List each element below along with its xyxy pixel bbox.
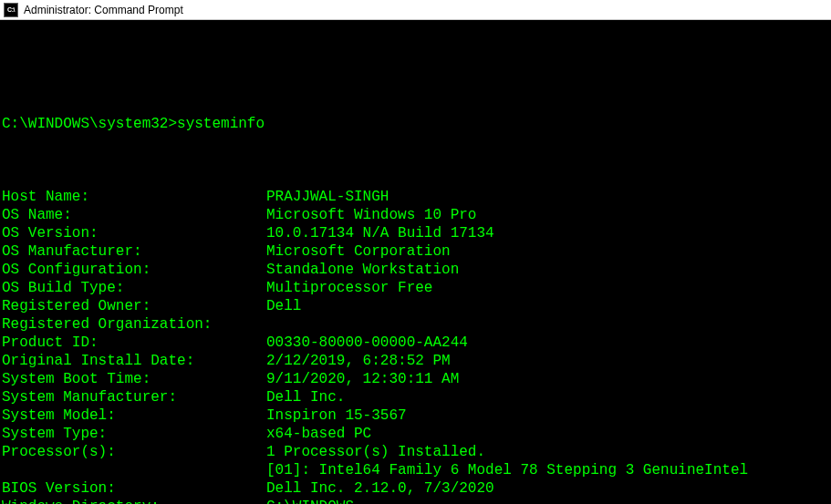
window-title: Administrator: Command Prompt [24, 4, 183, 16]
info-label: Processor(s): [2, 443, 266, 461]
info-row: Processor(s):1 Processor(s) Installed. [2, 443, 829, 461]
info-row: OS Manufacturer:Microsoft Corporation [2, 242, 829, 261]
cmd-icon: C:\ [4, 3, 18, 17]
info-row: Windows Directory:C:\WINDOWS [2, 498, 829, 504]
info-row: OS Name:Microsoft Windows 10 Pro [2, 206, 829, 224]
info-row: Host Name:PRAJJWAL-SINGH [2, 188, 829, 206]
info-label: Windows Directory: [2, 498, 266, 504]
terminal-output[interactable]: C:\WINDOWS\system32>systeminfo Host Name… [0, 20, 831, 504]
info-value: Dell Inc. [266, 388, 829, 406]
info-label: Host Name: [2, 188, 266, 206]
info-row: OS Configuration:Standalone Workstation [2, 261, 829, 279]
info-row: [01]: Intel64 Family 6 Model 78 Stepping… [2, 461, 829, 479]
info-label: System Type: [2, 425, 266, 443]
info-value: C:\WINDOWS [266, 498, 829, 504]
info-label: Original Install Date: [2, 352, 266, 370]
info-value: 1 Processor(s) Installed. [266, 443, 829, 461]
info-row: System Boot Time:9/11/2020, 12:30:11 AM [2, 370, 829, 388]
info-row: System Model:Inspiron 15-3567 [2, 406, 829, 425]
systeminfo-output: Host Name:PRAJJWAL-SINGHOS Name:Microsof… [2, 188, 829, 504]
info-label: OS Configuration: [2, 261, 266, 279]
prompt-path: C:\WINDOWS\system32> [2, 116, 177, 132]
info-value: Dell Inc. 2.12.0, 7/3/2020 [266, 479, 829, 498]
info-row: System Manufacturer:Dell Inc. [2, 388, 829, 406]
info-label: OS Name: [2, 206, 266, 224]
info-value: x64-based PC [266, 425, 829, 443]
info-label [2, 461, 266, 479]
info-value [266, 315, 829, 334]
info-row: OS Build Type:Multiprocessor Free [2, 279, 829, 297]
info-label: OS Version: [2, 224, 266, 242]
info-label: System Model: [2, 406, 266, 425]
info-row: OS Version:10.0.17134 N/A Build 17134 [2, 224, 829, 242]
info-row: Product ID:00330-80000-00000-AA244 [2, 334, 829, 352]
info-label: Registered Owner: [2, 297, 266, 315]
title-bar[interactable]: C:\ Administrator: Command Prompt [0, 0, 831, 20]
info-row: Registered Organization: [2, 315, 829, 334]
info-value: Multiprocessor Free [266, 279, 829, 297]
info-value: Microsoft Corporation [266, 242, 829, 261]
info-value: Standalone Workstation [266, 261, 829, 279]
info-label: OS Build Type: [2, 279, 266, 297]
info-value: Inspiron 15-3567 [266, 406, 829, 425]
info-value: 10.0.17134 N/A Build 17134 [266, 224, 829, 242]
info-row: Registered Owner:Dell [2, 297, 829, 315]
info-value: 9/11/2020, 12:30:11 AM [266, 370, 829, 388]
info-value: [01]: Intel64 Family 6 Model 78 Stepping… [266, 461, 829, 479]
info-value: 2/12/2019, 6:28:52 PM [266, 352, 829, 370]
info-row: BIOS Version:Dell Inc. 2.12.0, 7/3/2020 [2, 479, 829, 498]
info-label: OS Manufacturer: [2, 242, 266, 261]
info-label: BIOS Version: [2, 479, 266, 498]
info-label: Registered Organization: [2, 315, 266, 334]
info-row: Original Install Date:2/12/2019, 6:28:52… [2, 352, 829, 370]
info-value: Dell [266, 297, 829, 315]
prompt-line: C:\WINDOWS\system32>systeminfo [2, 115, 829, 133]
info-label: System Boot Time: [2, 370, 266, 388]
info-row: System Type:x64-based PC [2, 425, 829, 443]
info-value: Microsoft Windows 10 Pro [266, 206, 829, 224]
info-label: System Manufacturer: [2, 388, 266, 406]
info-label: Product ID: [2, 334, 266, 352]
command-prompt-window: C:\ Administrator: Command Prompt C:\WIN… [0, 0, 831, 504]
info-value: 00330-80000-00000-AA244 [266, 334, 829, 352]
prompt-command: systeminfo [177, 116, 265, 132]
info-value: PRAJJWAL-SINGH [266, 188, 829, 206]
